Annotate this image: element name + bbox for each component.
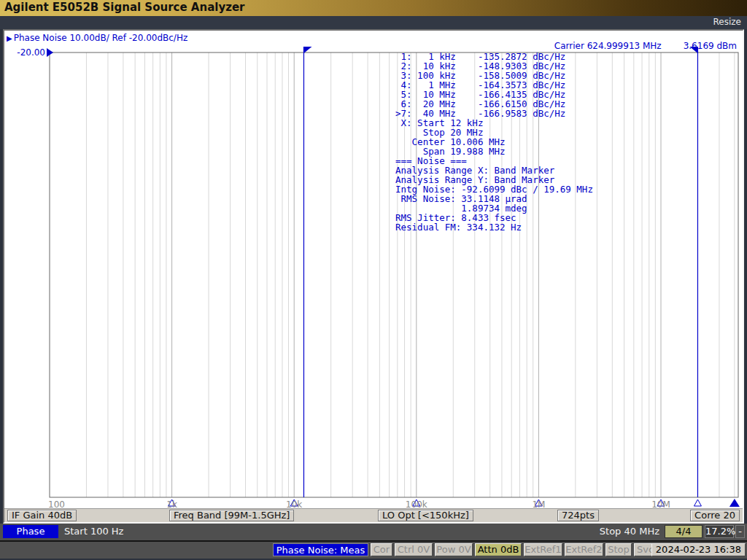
- if-gain-status: IF Gain 40dB: [7, 510, 77, 521]
- pow-button[interactable]: Pow 0V: [435, 543, 473, 556]
- minimize-button[interactable]: -: [735, 525, 745, 538]
- freq-band-status: Freq Band [99M-1.5GHz]: [169, 510, 294, 521]
- measurement-state-button[interactable]: Phase Noise: Meas: [273, 543, 368, 556]
- ctrl-button[interactable]: Ctrl 0V: [395, 543, 433, 556]
- trace-scale-label: Phase Noise 10.00dB/ Ref -20.00dBc/Hz: [14, 33, 188, 43]
- average-counter: 4/4: [665, 525, 703, 538]
- menu-strip: Resize: [0, 16, 747, 29]
- marker-readout-block: 1: 1 kHz -135.2872 dBc/Hz 2: 10 kHz -148…: [395, 52, 593, 232]
- window-title: Agilent E5052B Signal Source Analyzer: [4, 1, 244, 14]
- carrier-frequency: Carrier 624.999913 MHz: [554, 41, 662, 51]
- trace-header[interactable]: ▶Phase Noise 10.00dB/ Ref -20.00dBc/Hz: [7, 33, 187, 43]
- sweep-stop-label: Stop 40 MHz: [600, 525, 659, 538]
- instrument-status-bar: Phase Noise: Meas Cor Ctrl 0V Pow 0V Att…: [0, 542, 747, 559]
- phase-noise-plot[interactable]: 1234567-20.00-30.00-40.00-50.00-60.00-70…: [4, 31, 743, 509]
- instrument-buttons: Cor Ctrl 0V Pow 0V Attn 0dB ExtRef1 ExtR…: [371, 543, 657, 556]
- extref2-button[interactable]: ExtRef2: [565, 543, 603, 556]
- svg-text:-20.00: -20.00: [17, 47, 45, 58]
- carrier-power: 3.6169 dBm: [684, 41, 737, 51]
- resize-button[interactable]: Resize: [713, 17, 741, 27]
- measurement-status-bar: IF Gain 40dB Freq Band [99M-1.5GHz] LO O…: [4, 508, 743, 522]
- sweep-progress: 17.2%: [705, 525, 734, 538]
- trace-status-bar: Phase Noise Start 100 Hz Stop 40 MHz 4/4…: [0, 524, 747, 540]
- correlation-status: Corre 20: [690, 510, 740, 521]
- active-measurement-tab[interactable]: Phase Noise: [3, 525, 58, 538]
- datetime-display: 2024-02-23 16:38: [651, 543, 746, 556]
- trace-select-icon: ▶: [7, 34, 12, 42]
- sweep-start-label: Start 100 Hz: [64, 525, 123, 538]
- stop-button[interactable]: Stop: [605, 543, 632, 556]
- attn-button[interactable]: Attn 0dB: [475, 543, 522, 556]
- window-titlebar: Agilent E5052B Signal Source Analyzer: [0, 0, 747, 16]
- lo-opt-status: LO Opt [<150kHz]: [378, 510, 473, 521]
- points-status: 724pts: [557, 510, 599, 521]
- measurement-window: 1234567-20.00-30.00-40.00-50.00-60.00-70…: [3, 29, 744, 524]
- analyzer-screen: Agilent E5052B Signal Source Analyzer Re…: [0, 0, 747, 560]
- carrier-readout: Carrier 624.999913 MHz3.6169 dBm: [554, 41, 737, 51]
- extref1-button[interactable]: ExtRef1: [524, 543, 562, 556]
- cor-button[interactable]: Cor: [371, 543, 392, 556]
